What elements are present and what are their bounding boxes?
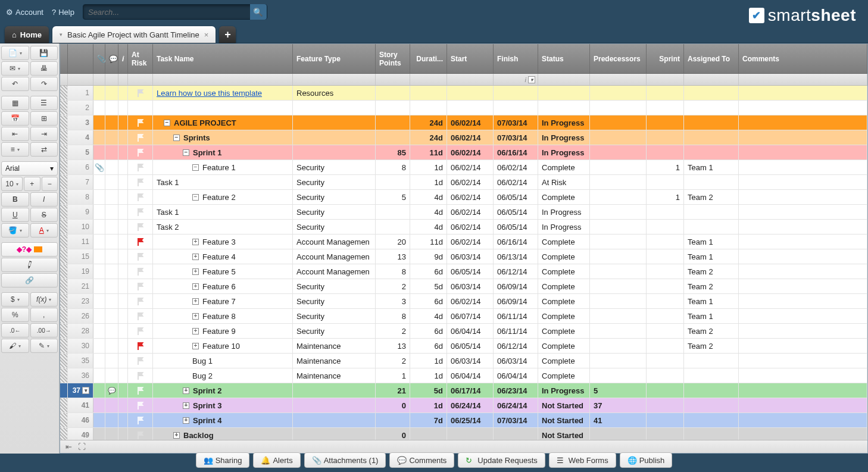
- col-finish[interactable]: Finish: [494, 44, 538, 73]
- duration-cell[interactable]: [410, 101, 447, 115]
- predecessors-cell[interactable]: [590, 175, 647, 189]
- row-handle[interactable]: [60, 145, 68, 160]
- attachment-cell[interactable]: [93, 279, 105, 293]
- start-cell[interactable]: 06/25/14: [447, 413, 494, 427]
- row-handle[interactable]: [60, 220, 68, 234]
- table-row[interactable]: 41+Sprint 301d06/24/1406/24/14Not Starte…: [60, 398, 867, 413]
- thousands-button[interactable]: ,: [30, 308, 58, 322]
- status-cell[interactable]: [538, 101, 590, 115]
- predecessors-cell[interactable]: [590, 130, 647, 145]
- expand-icon[interactable]: +: [183, 402, 189, 409]
- assigned-to-cell[interactable]: [684, 86, 739, 100]
- publish-button[interactable]: 🌐Publish: [620, 452, 673, 468]
- row-number[interactable]: 49: [68, 428, 93, 440]
- row-handle[interactable]: [60, 160, 68, 174]
- at-risk-cell[interactable]: [128, 413, 153, 427]
- task-name-cell[interactable]: +Feature 4: [153, 249, 293, 264]
- duration-cell[interactable]: 1d: [410, 160, 447, 174]
- row-handle[interactable]: [60, 339, 68, 353]
- filter-finish[interactable]: i▾: [494, 74, 538, 85]
- row-number[interactable]: 28: [68, 324, 93, 338]
- at-risk-cell[interactable]: [128, 205, 153, 219]
- sprint-cell[interactable]: [647, 324, 684, 338]
- table-row[interactable]: 1Learn how to use this templateResources: [60, 86, 867, 101]
- duration-cell[interactable]: 6d: [410, 324, 447, 338]
- expand-icon[interactable]: +: [192, 254, 199, 260]
- gantt-view-button[interactable]: ☰: [30, 96, 58, 110]
- at-risk-cell[interactable]: [128, 145, 153, 160]
- text-color-button[interactable]: A▾: [30, 223, 58, 237]
- feature-type-cell[interactable]: Maintenance: [293, 339, 376, 353]
- col-comments[interactable]: Comments: [739, 44, 867, 73]
- bold-button[interactable]: B: [1, 192, 29, 207]
- row-handle[interactable]: [60, 101, 68, 115]
- sprint-cell[interactable]: [647, 264, 684, 279]
- sprint-cell[interactable]: [647, 249, 684, 264]
- duration-cell[interactable]: 4d: [410, 220, 447, 234]
- row-number[interactable]: 6: [68, 160, 93, 174]
- predecessors-cell[interactable]: [590, 309, 647, 323]
- expand-icon[interactable]: +: [192, 239, 199, 245]
- attachment-cell[interactable]: [93, 324, 105, 338]
- expand-icon[interactable]: ⛶: [77, 442, 86, 452]
- indent-button[interactable]: ⇥: [30, 127, 58, 141]
- row-handle[interactable]: [60, 249, 68, 264]
- redo-button[interactable]: ↷: [30, 77, 58, 91]
- expand-icon[interactable]: +: [183, 417, 189, 424]
- highlight-button[interactable]: 🖍: [1, 258, 58, 272]
- attachment-cell[interactable]: [93, 130, 105, 145]
- feature-type-cell[interactable]: [293, 115, 376, 130]
- discussion-cell[interactable]: [105, 190, 118, 204]
- save-button[interactable]: 📄▾: [1, 46, 29, 60]
- sprint-cell[interactable]: [647, 368, 684, 383]
- comments-cell[interactable]: [739, 264, 867, 279]
- at-risk-cell[interactable]: [128, 354, 153, 368]
- font-increase-button[interactable]: +: [24, 177, 40, 191]
- status-cell[interactable]: In Progress: [538, 145, 590, 160]
- currency-button[interactable]: $▾: [1, 292, 29, 307]
- start-cell[interactable]: 06/05/14: [447, 339, 494, 353]
- predecessors-cell[interactable]: [590, 220, 647, 234]
- finish-cell[interactable]: 07/03/14: [494, 115, 538, 130]
- start-cell[interactable]: [447, 86, 494, 100]
- start-cell[interactable]: 06/02/14: [447, 160, 494, 174]
- col-status[interactable]: Status: [538, 44, 590, 73]
- at-risk-cell[interactable]: [128, 279, 153, 293]
- status-cell[interactable]: Not Started: [538, 428, 590, 440]
- predecessors-cell[interactable]: [590, 249, 647, 264]
- at-risk-cell[interactable]: [128, 398, 153, 412]
- search-input[interactable]: [83, 8, 250, 17]
- row-number[interactable]: 46: [68, 413, 93, 427]
- sprint-cell[interactable]: [647, 205, 684, 219]
- assigned-to-cell[interactable]: Team 1: [684, 235, 739, 249]
- discussion-cell[interactable]: [105, 368, 118, 383]
- attachment-cell[interactable]: [93, 428, 105, 440]
- attachment-cell[interactable]: [93, 86, 105, 100]
- assigned-to-cell[interactable]: [684, 130, 739, 145]
- predecessors-cell[interactable]: [590, 160, 647, 174]
- finish-cell[interactable]: 06/09/14: [494, 279, 538, 293]
- start-cell[interactable]: 06/02/14: [447, 175, 494, 189]
- italic-button[interactable]: I: [30, 192, 58, 207]
- task-name-cell[interactable]: +Sprint 4: [153, 413, 293, 427]
- row-handle[interactable]: [60, 205, 68, 219]
- finish-cell[interactable]: 07/03/14: [494, 130, 538, 145]
- finish-cell[interactable]: 06/12/14: [494, 264, 538, 279]
- status-cell[interactable]: In Progress: [538, 205, 590, 219]
- feature-type-cell[interactable]: Security: [293, 160, 376, 174]
- row-handle[interactable]: [60, 383, 68, 398]
- sprint-cell[interactable]: [647, 235, 684, 249]
- at-risk-cell[interactable]: [128, 383, 153, 398]
- assigned-to-cell[interactable]: Team 1: [684, 160, 739, 174]
- attachment-cell[interactable]: [93, 101, 105, 115]
- status-cell[interactable]: Complete: [538, 160, 590, 174]
- status-cell[interactable]: Complete: [538, 339, 590, 353]
- table-row[interactable]: 5−Sprint 18511d06/02/1406/16/14In Progre…: [60, 145, 867, 160]
- at-risk-cell[interactable]: [128, 339, 153, 353]
- formula-button[interactable]: f(x)▾: [30, 292, 58, 307]
- task-name-cell[interactable]: +Backlog: [153, 428, 293, 440]
- sprint-cell[interactable]: [647, 86, 684, 100]
- attachment-cell[interactable]: [93, 413, 105, 427]
- sprint-cell[interactable]: [647, 413, 684, 427]
- sprint-cell[interactable]: [647, 428, 684, 440]
